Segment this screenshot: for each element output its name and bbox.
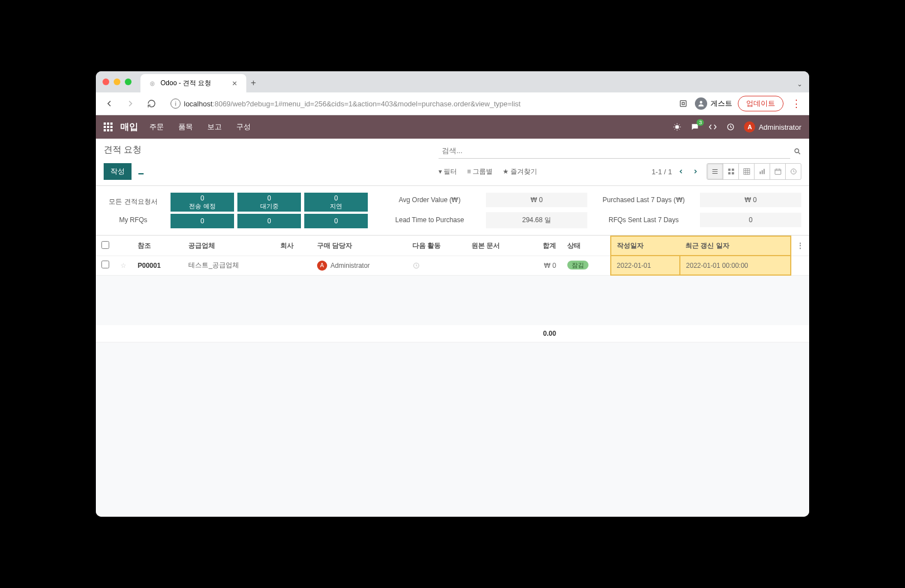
apps-menu-icon[interactable] [104, 122, 113, 131]
nav-back-button[interactable] [101, 96, 117, 111]
tile-waiting-all[interactable]: 0대기중 [237, 193, 301, 212]
app-navbar: 매입 주문 품목 보고 구성 3 A Administrator [96, 115, 809, 139]
svg-rect-13 [763, 169, 765, 174]
tile-waiting-my[interactable]: 0 [237, 214, 301, 228]
addressbar[interactable]: i localhost:8069/web?debug=1#menu_id=256… [165, 96, 672, 111]
stat-rfq-label: RFQs Sent Last 7 Days [593, 216, 694, 224]
pager-views: 1-1 / 1 [651, 163, 801, 180]
nav-menu: 주문 품목 보고 구성 [149, 122, 251, 132]
new-tab-button[interactable]: + [246, 74, 260, 92]
stat-purch-value: ₩ 0 [700, 193, 801, 207]
extension-icon[interactable] [677, 97, 689, 110]
messaging-icon[interactable]: 3 [690, 122, 699, 131]
cell-create-date: 2022-01-01 [611, 256, 680, 275]
nav-forward-button[interactable] [123, 96, 138, 111]
th-buyer[interactable]: 구매 담당자 [312, 236, 407, 256]
tab-title: Odoo - 견적 요청 [160, 79, 211, 88]
table-row[interactable]: ☆ P00001 테스트_공급업체 A Administrator ₩ 0 잠김 [96, 256, 809, 275]
view-pivot-button[interactable] [738, 164, 754, 179]
groupby-button[interactable]: ≡그룹별 [467, 163, 493, 180]
nav-item-report[interactable]: 보고 [207, 122, 222, 132]
th-company[interactable]: 회사 [275, 236, 312, 256]
buyer-name: Administrator [330, 262, 370, 270]
activities-icon[interactable] [726, 122, 735, 131]
th-create-date[interactable]: 작성일자 [611, 236, 680, 256]
cell-ref: P00001 [132, 256, 183, 275]
tabs-overflow-icon[interactable]: ⌄ [790, 76, 809, 92]
nav-item-orders[interactable]: 주문 [149, 122, 164, 132]
dash-row-labels: 모든 견적요청서 My RFQs [104, 193, 171, 228]
th-source[interactable]: 원본 문서 [466, 236, 525, 256]
devtools-icon[interactable] [708, 122, 717, 131]
profile-button[interactable]: 게스트 [695, 97, 732, 110]
window-maximize-button[interactable] [125, 79, 132, 85]
user-menu[interactable]: A Administrator [744, 121, 801, 133]
cell-company [275, 256, 312, 275]
view-graph-button[interactable] [754, 164, 770, 179]
filter-button[interactable]: ▾필터 [439, 163, 457, 180]
favorite-button[interactable]: ★즐겨찾기 [503, 163, 537, 180]
stat-lead-value: 294.68 일 [486, 212, 587, 228]
sum-total: 0.00 [525, 325, 562, 342]
view-calendar-button[interactable] [770, 164, 785, 179]
update-button[interactable]: 업데이트 [738, 96, 784, 111]
empty-row [96, 275, 809, 292]
stat-lead-label: Lead Time to Purchase [379, 216, 480, 224]
pager-prev-button[interactable] [675, 167, 687, 176]
th-status[interactable]: 상태 [562, 236, 611, 256]
pager-text: 1-1 / 1 [651, 168, 672, 176]
activity-clock-icon[interactable] [412, 262, 460, 270]
tile-tosend-all[interactable]: 0전송 예정 [171, 193, 234, 212]
select-all-checkbox[interactable] [101, 241, 109, 249]
search-input[interactable] [439, 144, 790, 159]
cell-vendor: 테스트_공급업체 [183, 256, 275, 275]
view-activity-button[interactable] [785, 164, 801, 179]
window-minimize-button[interactable] [114, 79, 120, 85]
tile-late-all[interactable]: 0지연 [304, 193, 368, 212]
tab-close-icon[interactable]: ✕ [231, 80, 239, 87]
dashboard-tiles: 모든 견적요청서 My RFQs 0전송 예정 0 0대기중 0 0지연 0 [104, 193, 368, 228]
svg-point-3 [675, 125, 679, 129]
traffic-lights [103, 79, 132, 85]
search-icon[interactable] [794, 148, 801, 155]
browser-menu-button[interactable]: ⋮ [789, 97, 804, 110]
profile-avatar-icon [695, 97, 707, 110]
th-total[interactable]: 합계 [525, 236, 562, 256]
empty-row [96, 292, 809, 308]
messaging-badge: 3 [697, 119, 704, 126]
tile-tosend-my[interactable]: 0 [171, 214, 234, 228]
svg-rect-11 [760, 171, 761, 174]
site-info-icon[interactable]: i [171, 99, 181, 109]
import-icon[interactable] [137, 168, 145, 175]
empty-row [96, 308, 809, 325]
th-write-date[interactable]: 최근 갱신 일자 [680, 236, 791, 256]
table-sum-row: 0.00 [96, 325, 809, 342]
th-ref[interactable]: 참조 [132, 236, 183, 256]
svg-rect-12 [761, 170, 762, 174]
status-badge: 잠김 [567, 261, 588, 270]
profile-label: 게스트 [711, 99, 732, 109]
window-close-button[interactable] [103, 79, 109, 85]
debug-icon[interactable] [673, 122, 682, 131]
view-kanban-button[interactable] [723, 164, 738, 179]
nav-item-config[interactable]: 구성 [236, 122, 251, 132]
user-name: Administrator [758, 123, 801, 131]
columns-menu-icon[interactable]: ⋮ [797, 242, 804, 249]
row-checkbox[interactable] [101, 261, 109, 268]
nav-item-products[interactable]: 품목 [178, 122, 193, 132]
th-activity[interactable]: 다음 활동 [407, 236, 466, 256]
svg-rect-10 [743, 169, 750, 175]
view-list-button[interactable] [707, 164, 723, 179]
url-text: localhost:8069/web?debug=1#menu_id=256&c… [184, 100, 520, 108]
row-star-icon[interactable]: ☆ [120, 262, 126, 270]
pager-next-button[interactable] [690, 167, 701, 176]
tile-late-my[interactable]: 0 [304, 214, 368, 228]
create-button[interactable]: 작성 [104, 163, 132, 180]
nav-reload-button[interactable] [144, 96, 159, 111]
browser-tab[interactable]: ◎ Odoo - 견적 요청 ✕ [140, 74, 246, 92]
svg-rect-7 [732, 169, 734, 171]
th-vendor[interactable]: 공급업체 [183, 236, 275, 256]
svg-rect-6 [728, 169, 730, 171]
svg-rect-1 [682, 102, 684, 105]
control-panel: 견적 요청 작성 ▾필터 ≡그룹별 ★즐겨찾기 [96, 139, 809, 186]
